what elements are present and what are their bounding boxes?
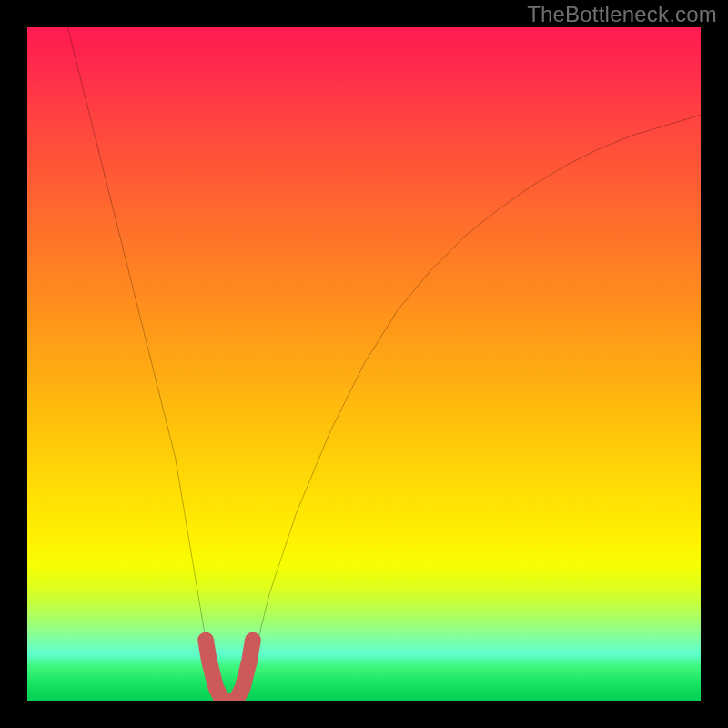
bottleneck-curve [67,27,701,701]
chart-svg [27,27,701,701]
bottleneck-minimum-highlight [206,640,253,701]
curve-layer [67,27,701,701]
chart-frame: TheBottleneck.com [0,0,728,728]
watermark-text: TheBottleneck.com [527,2,717,27]
plot-area [27,27,701,701]
